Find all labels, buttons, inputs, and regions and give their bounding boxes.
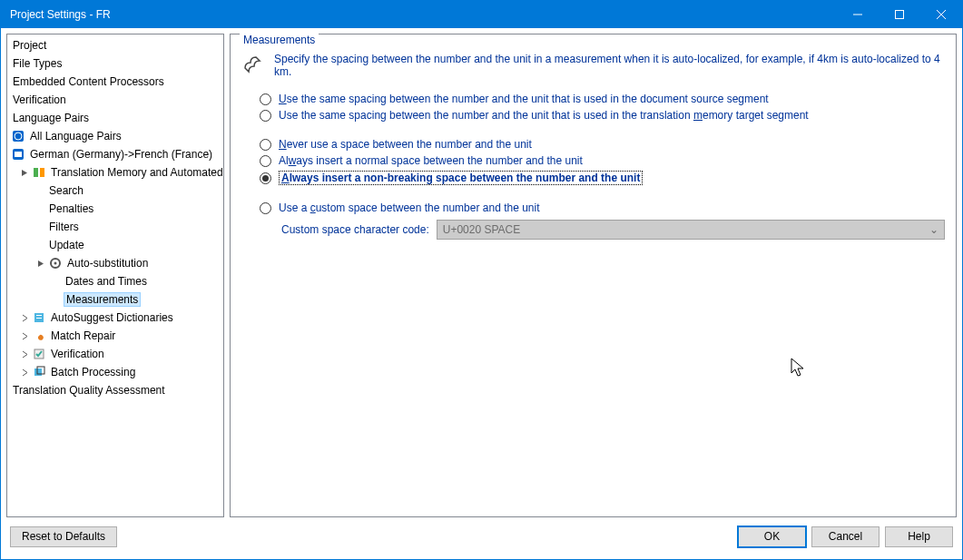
tree-item-update[interactable]: Update <box>7 236 223 254</box>
radio-tm-spacing[interactable]: Use the same spacing between the number … <box>260 109 945 122</box>
close-button[interactable] <box>920 1 962 28</box>
maximize-button[interactable] <box>879 1 920 28</box>
window-title: Project Settings - FR <box>10 8 837 21</box>
collapse-icon[interactable] <box>20 168 30 178</box>
tree-item-penalties[interactable]: Penalties <box>7 200 223 218</box>
svg-rect-14 <box>36 318 42 319</box>
tm-icon <box>32 165 46 180</box>
radio-icon <box>260 93 271 105</box>
nav-tree[interactable]: Project File Types Embedded Content Proc… <box>6 34 224 517</box>
batch-icon <box>32 365 46 379</box>
svg-rect-1 <box>896 11 904 19</box>
tree-item-embedded-content[interactable]: Embedded Content Processors <box>7 73 223 91</box>
tree-item-file-types[interactable]: File Types <box>7 54 223 73</box>
radio-icon <box>260 110 271 122</box>
radio-source-spacing[interactable]: Use the same spacing between the number … <box>260 93 945 105</box>
minimize-button[interactable] <box>837 1 879 28</box>
tree-item-measurements[interactable]: Measurements <box>7 290 223 309</box>
tree-item-verification[interactable]: Verification <box>7 91 223 109</box>
tree-item-language-pairs[interactable]: Language Pairs <box>7 109 223 127</box>
expand-icon[interactable] <box>20 313 30 323</box>
globe-icon <box>11 129 25 143</box>
intro-text: Specify the spacing between the number a… <box>274 53 945 78</box>
custom-space-value: U+0020 SPACE <box>443 223 521 236</box>
tree-item-german-french[interactable]: German (Germany)->French (France) <box>7 145 223 163</box>
cancel-button[interactable]: Cancel <box>811 526 879 547</box>
svg-rect-16 <box>34 368 42 376</box>
expand-icon[interactable] <box>20 331 30 341</box>
tree-item-batch-processing[interactable]: Batch Processing <box>7 363 223 381</box>
tree-item-dates-times[interactable]: Dates and Times <box>7 272 223 290</box>
svg-rect-7 <box>15 152 22 157</box>
svg-rect-13 <box>36 315 42 316</box>
radio-icon <box>260 139 271 151</box>
panel-heading: Measurements <box>240 34 319 46</box>
svg-rect-8 <box>34 168 38 177</box>
radio-nonbreaking-space[interactable]: Always insert a non-breaking space betwe… <box>260 171 945 185</box>
ok-button[interactable]: OK <box>738 526 806 547</box>
radio-label: Use a custom space between the number an… <box>279 201 540 214</box>
radio-icon <box>260 202 271 214</box>
flag-icon <box>11 147 25 162</box>
custom-space-label: Custom space character code: <box>281 223 429 236</box>
footer: Reset to Defaults OK Cancel Help <box>6 517 957 554</box>
gear-icon <box>48 256 63 270</box>
reset-defaults-button[interactable]: Reset to Defaults <box>10 526 117 547</box>
tree-item-autosuggest[interactable]: AutoSuggest Dictionaries <box>7 309 223 327</box>
collapse-icon[interactable] <box>36 259 46 269</box>
tree-item-project[interactable]: Project <box>7 36 223 54</box>
radio-normal-space[interactable]: Always insert a normal space between the… <box>260 154 945 167</box>
tree-item-tqa[interactable]: Translation Quality Assessment <box>7 381 223 399</box>
custom-space-dropdown: U+0020 SPACE ⌄ <box>437 220 945 240</box>
chevron-down-icon: ⌄ <box>929 223 938 236</box>
tree-item-search[interactable]: Search <box>7 182 223 200</box>
radio-icon <box>260 155 271 167</box>
tree-item-filters[interactable]: Filters <box>7 218 223 236</box>
tree-item-match-repair[interactable]: Match Repair <box>7 327 223 345</box>
check-icon <box>32 347 46 361</box>
tree-item-verification-sub[interactable]: Verification <box>7 345 223 363</box>
svg-point-11 <box>54 262 57 265</box>
expand-icon[interactable] <box>20 349 30 359</box>
radio-custom-space[interactable]: Use a custom space between the number an… <box>260 201 945 214</box>
radio-label: Always insert a non-breaking space betwe… <box>279 171 643 185</box>
measurement-icon <box>241 54 263 78</box>
tree-item-all-language-pairs[interactable]: All Language Pairs <box>7 127 223 145</box>
radio-label: Use the same spacing between the number … <box>279 109 809 122</box>
content-panel: Measurements Specify the spacing between… <box>230 34 957 517</box>
expand-icon[interactable] <box>20 368 30 378</box>
tree-item-auto-substitution[interactable]: Auto-substitution <box>7 254 223 272</box>
wrench-icon <box>32 329 46 343</box>
titlebar[interactable]: Project Settings - FR <box>1 1 962 28</box>
help-button[interactable]: Help <box>885 526 953 547</box>
tree-item-tm-automated[interactable]: Translation Memory and Automated Transla… <box>7 163 223 182</box>
radio-label: Always insert a normal space between the… <box>279 154 583 167</box>
cursor-icon <box>791 358 807 379</box>
svg-rect-9 <box>40 168 44 177</box>
radio-label: Use the same spacing between the number … <box>279 93 769 105</box>
radio-label: Never use a space between the number and… <box>279 138 532 151</box>
radio-never-space[interactable]: Never use a space between the number and… <box>260 138 945 151</box>
book-icon <box>32 310 46 325</box>
radio-icon <box>260 172 271 184</box>
